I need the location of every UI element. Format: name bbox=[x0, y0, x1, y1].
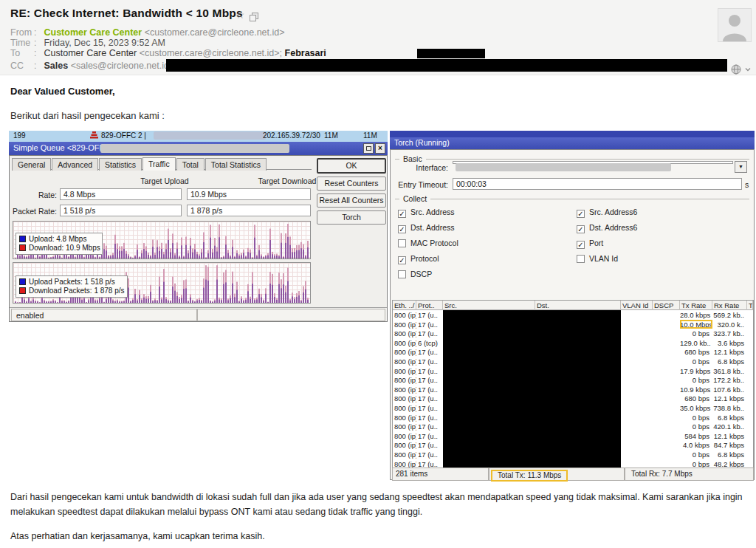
tab-advanced[interactable]: Advanced bbox=[52, 158, 98, 171]
sender-avatar bbox=[718, 8, 752, 42]
interface-dropdown-icon[interactable]: ▼ bbox=[735, 161, 747, 173]
column-header-prot[interactable]: Prot.. bbox=[416, 301, 443, 310]
checkbox-vlan-id[interactable]: VLAN Id bbox=[577, 254, 618, 264]
queue-name: 829-OFFC 2 | bbox=[101, 131, 146, 140]
queue-list-row[interactable]: 199 829-OFFC 2 | 202.165.39.72/30 11M 11… bbox=[9, 131, 388, 142]
checkbox-src-address6[interactable]: ✓Src. Address6 bbox=[577, 208, 637, 218]
packet-rate-download-field[interactable]: 1 878 p/s bbox=[187, 205, 311, 216]
restore-window-icon[interactable] bbox=[363, 143, 374, 154]
from-email[interactable]: <customer.care@circleone.net.id> bbox=[145, 27, 285, 38]
blurred-queue-name bbox=[154, 131, 266, 140]
download-swatch bbox=[19, 287, 26, 294]
torch-button[interactable]: Torch bbox=[317, 210, 386, 225]
rate-label: Rate: bbox=[11, 191, 57, 199]
tab-statistics[interactable]: Statistics bbox=[99, 158, 142, 171]
checkbox-dst-address6[interactable]: ✓Dst. Address6 bbox=[577, 223, 637, 233]
packet-rate-label: Packet Rate: bbox=[11, 207, 57, 216]
meta-cc: CC: Sales <sales@circleone.net.id>; bbox=[10, 61, 177, 71]
cc-name[interactable]: Sales bbox=[44, 61, 68, 71]
download-swatch bbox=[19, 244, 26, 251]
entry-timeout-field[interactable]: 00:00:03 bbox=[453, 178, 742, 190]
checked-icon[interactable]: ✓ bbox=[577, 210, 585, 218]
tab-total[interactable]: Total bbox=[176, 158, 205, 171]
column-header-src[interactable]: Src. bbox=[443, 301, 535, 310]
checked-icon[interactable]: ✓ bbox=[577, 225, 585, 233]
queue-status-bar: enabled bbox=[10, 307, 387, 321]
checkbox-mac-protocol[interactable]: MAC Protocol bbox=[398, 239, 458, 249]
unchecked-box[interactable] bbox=[398, 270, 406, 278]
packet-rate-upload-field[interactable]: 1 518 p/s bbox=[60, 205, 182, 216]
cc-email[interactable]: <sales@circleone.net.id>; bbox=[71, 61, 177, 71]
checked-icon[interactable]: ✓ bbox=[398, 256, 406, 264]
unchecked-box[interactable] bbox=[398, 239, 406, 247]
to-email[interactable]: <customer.care@circleone.net.id>; bbox=[140, 48, 282, 58]
from-name[interactable]: Customer Care Center bbox=[44, 27, 142, 38]
sent-time: Friday, Dec 15, 2023 9:52 AM bbox=[44, 38, 165, 48]
entry-timeout-unit: s bbox=[745, 180, 749, 189]
rate-graph-legend: Upload: 4.8 Mbps Download: 10.9 Mbps bbox=[16, 233, 103, 255]
chevron-down-icon bbox=[744, 66, 752, 73]
column-header-vlan-id[interactable]: VLAN Id bbox=[621, 301, 653, 310]
column-header-dscp[interactable]: DSCP bbox=[653, 301, 680, 310]
packet-graph-legend: Upload Packets: 1 518 p/s Download Packe… bbox=[16, 275, 128, 298]
checkbox-protocol[interactable]: ✓Protocol bbox=[398, 254, 439, 264]
star-icon[interactable]: ☆ bbox=[236, 9, 245, 21]
torch-window: Torch (Running) Basic Interface: ▼ Entry… bbox=[390, 131, 755, 480]
upload-swatch bbox=[19, 236, 26, 242]
redacted-src-dst-columns bbox=[443, 310, 621, 469]
torch-table-header[interactable]: Eth. ../Prot..Src.Dst.VLAN IdDSCPTx Rate… bbox=[393, 301, 753, 310]
closing-paragraph: Atas perhatian dan kerjasamanya, kami uc… bbox=[10, 529, 750, 544]
reset-all-counters-button[interactable]: Reset All Counters bbox=[317, 193, 386, 208]
column-header-tx-rate[interactable]: Tx Rate bbox=[680, 301, 712, 310]
torch-status-bar: 281 items Total Tx: 11.3 Mbps Total Rx: … bbox=[392, 467, 754, 481]
interface-field[interactable] bbox=[453, 161, 733, 164]
total-rx: Total Rx: 7.7 Mbps bbox=[625, 467, 754, 481]
upload-swatch bbox=[19, 278, 26, 285]
tab-general[interactable]: General bbox=[12, 158, 51, 171]
to-name[interactable]: Customer Care Center bbox=[44, 48, 137, 58]
queue-icon bbox=[90, 131, 98, 140]
interface-label: Interface: bbox=[391, 163, 448, 172]
torch-table[interactable]: Eth. ../Prot..Src.Dst.VLAN IdDSCPTx Rate… bbox=[392, 300, 754, 468]
greeting: Dear Valued Customer, bbox=[10, 86, 115, 97]
reset-counters-button[interactable]: Reset Counters bbox=[317, 177, 386, 191]
column-header-dst[interactable]: Dst. bbox=[535, 301, 621, 310]
checkbox-port[interactable]: ✓Port bbox=[577, 239, 603, 249]
blurred-interface-value bbox=[456, 163, 671, 171]
ok-button[interactable]: OK bbox=[317, 158, 386, 174]
redacted-cc-recipients bbox=[166, 59, 727, 72]
close-window-icon[interactable]: × bbox=[375, 143, 385, 154]
column-header-rx-rate[interactable]: Rx Rate bbox=[712, 301, 747, 310]
queue-number: 199 bbox=[13, 131, 26, 140]
globe-icon bbox=[731, 64, 741, 75]
queue-max-upload: 11M bbox=[324, 131, 338, 140]
checked-icon[interactable]: ✓ bbox=[398, 210, 406, 218]
copy-icon[interactable] bbox=[250, 10, 258, 22]
to-extra-recipient[interactable]: Febrasari bbox=[285, 48, 326, 58]
checked-icon[interactable]: ✓ bbox=[577, 241, 585, 249]
column-header-eth[interactable]: Eth. ../ bbox=[393, 301, 416, 310]
queue-target-address: 202.165.39.72/30 bbox=[263, 131, 320, 140]
torch-titlebar[interactable]: Torch (Running) bbox=[390, 137, 755, 149]
blurred-title-text bbox=[100, 144, 289, 153]
rate-download-field[interactable]: 10.9 Mbps bbox=[187, 188, 311, 200]
email-page: RE: Check Internet: Bandwidth < 10 Mbps … bbox=[0, 0, 756, 548]
meta-time: Time: Friday, Dec 15, 2023 9:52 AM bbox=[10, 38, 165, 48]
tab-traffic[interactable]: Traffic bbox=[142, 157, 176, 171]
column-header-t[interactable]: T bbox=[747, 301, 753, 310]
rate-upload-field[interactable]: 4.8 Mbps bbox=[60, 188, 182, 200]
torch-title: Torch (Running) bbox=[394, 138, 450, 147]
unchecked-box[interactable] bbox=[577, 255, 585, 263]
email-subject: RE: Check Internet: Bandwidth < 10 Mbps bbox=[10, 7, 243, 20]
checked-icon[interactable]: ✓ bbox=[398, 225, 406, 233]
queue-status-enabled: enabled bbox=[11, 309, 197, 321]
entry-timeout-label: Entry Timeout: bbox=[391, 180, 448, 189]
person-icon bbox=[718, 9, 751, 41]
checkbox-src-address[interactable]: ✓Src. Address bbox=[398, 208, 455, 218]
tab-total-statistics[interactable]: Total Statistics bbox=[205, 158, 267, 171]
queue-max-download: 11M bbox=[363, 131, 377, 140]
total-tx-highlighted: Total Tx: 11.3 Mbps bbox=[491, 470, 568, 482]
checkbox-dst-address[interactable]: ✓Dst. Address bbox=[398, 223, 455, 233]
checkbox-dscp[interactable]: DSCP bbox=[398, 270, 432, 280]
simple-queue-titlebar[interactable]: Simple Queue <829-OFFC 2 × bbox=[9, 142, 388, 155]
